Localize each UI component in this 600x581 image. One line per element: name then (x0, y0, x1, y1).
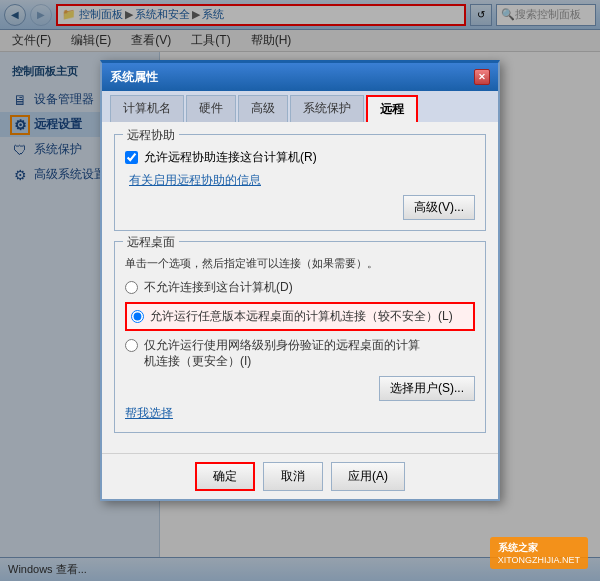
tab-computer-name[interactable]: 计算机名 (110, 95, 184, 122)
tab-system-protection[interactable]: 系统保护 (290, 95, 364, 122)
help-link[interactable]: 帮我选择 (125, 405, 475, 422)
watermark-logo: 系统之家 (498, 541, 580, 555)
apply-button[interactable]: 应用(A) (331, 462, 405, 491)
tab-bar: 计算机名 硬件 高级 系统保护 远程 (102, 91, 498, 122)
tab-remote[interactable]: 远程 (366, 95, 418, 122)
dialog-title: 系统属性 (110, 69, 158, 86)
ok-button[interactable]: 确定 (195, 462, 255, 491)
remote-assistance-checkbox-label: 允许远程协助连接这台计算机(R) (144, 149, 317, 166)
radio-no-connect: 不允许连接到这台计算机(D) (125, 279, 475, 296)
dialog-content: 远程协助 允许远程协助连接这台计算机(R) 有关启用远程协助的信息 高级(V).… (102, 122, 498, 453)
remote-assistance-advanced-button[interactable]: 高级(V)... (403, 195, 475, 220)
remote-assistance-checkbox[interactable] (125, 151, 138, 164)
tab-hardware[interactable]: 硬件 (186, 95, 236, 122)
radio-nla-only: 仅允许运行使用网络级别身份验证的远程桌面的计算机连接（更安全）(I) (125, 337, 475, 371)
remote-assistance-checkbox-row: 允许远程协助连接这台计算机(R) (125, 149, 475, 166)
radio-nla-only-label: 仅允许运行使用网络级别身份验证的远程桌面的计算机连接（更安全）(I) (144, 337, 475, 371)
radio-any-version: 允许运行任意版本远程桌面的计算机连接（较不安全）(L) (125, 302, 475, 331)
tab-advanced[interactable]: 高级 (238, 95, 288, 122)
watermark: 系统之家 XITONGZHIJIA.NET (490, 537, 588, 569)
watermark-url: XITONGZHIJIA.NET (498, 555, 580, 565)
radio-no-connect-label: 不允许连接到这台计算机(D) (144, 279, 475, 296)
radio-nla-only-input[interactable] (125, 339, 138, 352)
remote-desktop-description: 单击一个选项，然后指定谁可以连接（如果需要）。 (125, 256, 475, 271)
select-users-button[interactable]: 选择用户(S)... (379, 376, 475, 401)
system-properties-dialog: 系统属性 ✕ 计算机名 硬件 高级 系统保护 远程 远程协助 允许远程协助连接这… (100, 60, 500, 501)
dialog-overlay: 系统属性 ✕ 计算机名 硬件 高级 系统保护 远程 远程协助 允许远程协助连接这… (0, 0, 600, 581)
remote-assistance-link[interactable]: 有关启用远程协助的信息 (129, 172, 475, 189)
remote-assistance-title: 远程协助 (123, 127, 179, 144)
remote-desktop-group: 远程桌面 单击一个选项，然后指定谁可以连接（如果需要）。 不允许连接到这台计算机… (114, 241, 486, 433)
cancel-button[interactable]: 取消 (263, 462, 323, 491)
remote-assistance-group: 远程协助 允许远程协助连接这台计算机(R) 有关启用远程协助的信息 高级(V).… (114, 134, 486, 231)
radio-no-connect-input[interactable] (125, 281, 138, 294)
dialog-title-buttons: ✕ (474, 69, 490, 85)
radio-any-version-input[interactable] (131, 310, 144, 323)
dialog-close-button[interactable]: ✕ (474, 69, 490, 85)
radio-any-version-label: 允许运行任意版本远程桌面的计算机连接（较不安全）(L) (150, 308, 469, 325)
remote-desktop-title: 远程桌面 (123, 234, 179, 251)
remote-assistance-content: 允许远程协助连接这台计算机(R) 有关启用远程协助的信息 高级(V)... (125, 149, 475, 189)
dialog-buttons: 确定 取消 应用(A) (102, 453, 498, 499)
dialog-title-bar: 系统属性 ✕ (102, 63, 498, 91)
